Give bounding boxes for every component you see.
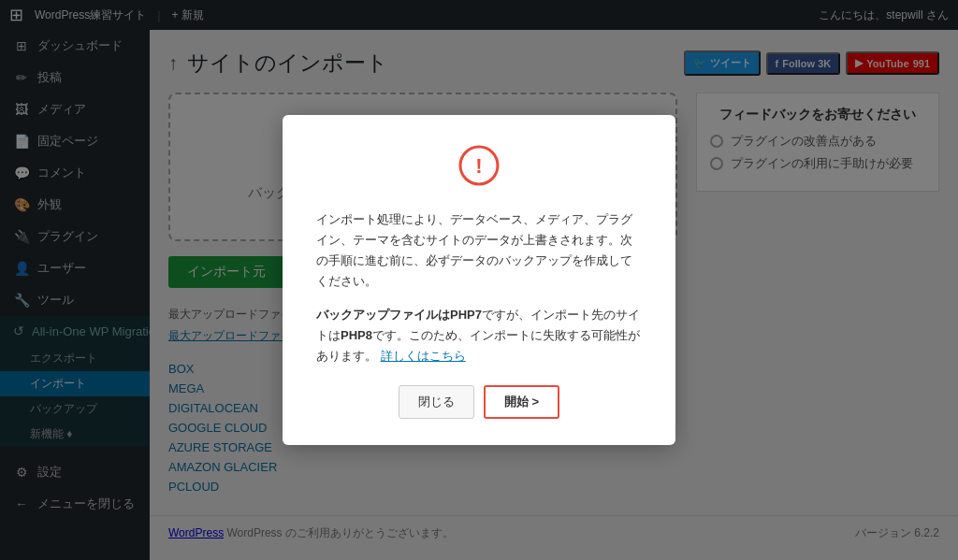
dialog-main-text: インポート処理により、データベース、メディア、プラグイン、テーマを含むサイトのデ… [316,209,642,292]
modal-overlay: ! インポート処理により、データベース、メディア、プラグイン、テーマを含むサイト… [0,0,958,560]
warning-icon: ! [316,145,642,194]
import-dialog: ! インポート処理により、データベース、メディア、プラグイン、テーマを含むサイト… [283,115,675,446]
dialog-actions: 閉じる 開始 > [316,385,642,419]
learn-more-link[interactable]: 詳しくはこちら [381,349,466,363]
dialog-secondary-text: バックアップファイルはPHP7ですが、インポート先のサイトはPHP8です。このた… [316,305,642,366]
svg-text:!: ! [475,154,482,178]
close-dialog-button[interactable]: 閉じる [399,385,474,419]
start-dialog-button[interactable]: 開始 > [484,385,559,419]
